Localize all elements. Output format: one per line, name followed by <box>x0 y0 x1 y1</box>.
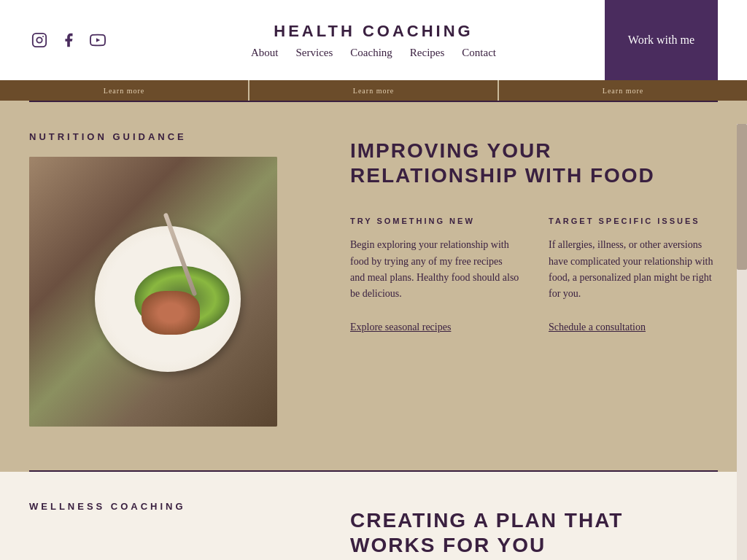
nutrition-right: Improving Your Relationship With Food Tr… <box>350 131 718 427</box>
nutrition-heading: Improving Your Relationship With Food <box>350 139 718 187</box>
wellness-section-label: Wellness Coaching <box>29 501 306 512</box>
nav-coaching[interactable]: Coaching <box>350 47 392 59</box>
nutrition-section: Nutrition Guidance Improving Your Relati… <box>0 102 747 470</box>
instagram-icon[interactable] <box>29 30 50 50</box>
nutrition-left: Nutrition Guidance <box>29 131 306 427</box>
col1-heading: Try Something New <box>350 217 519 225</box>
header-left <box>29 30 108 50</box>
food-image-inner <box>29 157 277 427</box>
schedule-consultation-link[interactable]: Schedule a consultation <box>549 322 646 332</box>
banner-cell-1[interactable]: Learn more <box>0 80 249 101</box>
wellness-left: Wellness Coaching <box>29 501 306 557</box>
nav-contact[interactable]: Contact <box>462 47 496 59</box>
scroll-thumb[interactable] <box>737 124 747 270</box>
nutrition-col-2: Target Specific Issues If allergies, ill… <box>549 217 718 333</box>
salad-meat-decoration <box>142 291 200 335</box>
wellness-section: Wellness Coaching Creating a Plan That W… <box>0 472 747 560</box>
banner-cell-2[interactable]: Learn more <box>249 80 499 101</box>
wellness-right: Creating a Plan That Works for You <box>350 501 718 557</box>
nav-about[interactable]: About <box>251 47 279 59</box>
header-center: Health Coaching About Services Coaching … <box>251 22 496 59</box>
main-nav: About Services Coaching Recipes Contact <box>251 47 496 59</box>
svg-rect-0 <box>33 34 46 47</box>
social-icons <box>29 30 108 50</box>
youtube-icon[interactable] <box>88 30 108 50</box>
header: Health Coaching About Services Coaching … <box>0 0 747 80</box>
svg-marker-3 <box>96 38 100 42</box>
nutrition-two-col: Try Something New Begin exploring your r… <box>350 217 718 333</box>
scrollbar[interactable] <box>737 124 747 560</box>
header-right: Work with me <box>605 0 718 80</box>
work-with-me-button[interactable]: Work with me <box>605 0 718 80</box>
facebook-icon[interactable] <box>58 30 79 50</box>
col1-body: Begin exploring your relationship with f… <box>350 237 519 303</box>
site-title: Health Coaching <box>251 22 496 41</box>
banner-cell-3[interactable]: Learn more <box>499 80 747 101</box>
nutrition-col-1: Try Something New Begin exploring your r… <box>350 217 519 333</box>
wellness-content: Wellness Coaching Creating a Plan That W… <box>29 501 718 557</box>
col2-heading: Target Specific Issues <box>549 217 718 225</box>
nav-services[interactable]: Services <box>296 47 333 59</box>
food-image <box>29 157 277 427</box>
top-banner: Learn more Learn more Learn more <box>0 80 747 101</box>
explore-recipes-link[interactable]: Explore seasonal recipes <box>350 322 451 332</box>
svg-point-2 <box>42 36 44 37</box>
col2-body: If allergies, illness, or other aversion… <box>549 237 718 303</box>
plate-decoration <box>95 226 241 372</box>
nav-recipes[interactable]: Recipes <box>410 47 444 59</box>
wellness-heading: Creating a Plan That Works for You <box>350 508 718 557</box>
svg-point-1 <box>36 37 42 42</box>
nutrition-section-label: Nutrition Guidance <box>29 131 306 142</box>
